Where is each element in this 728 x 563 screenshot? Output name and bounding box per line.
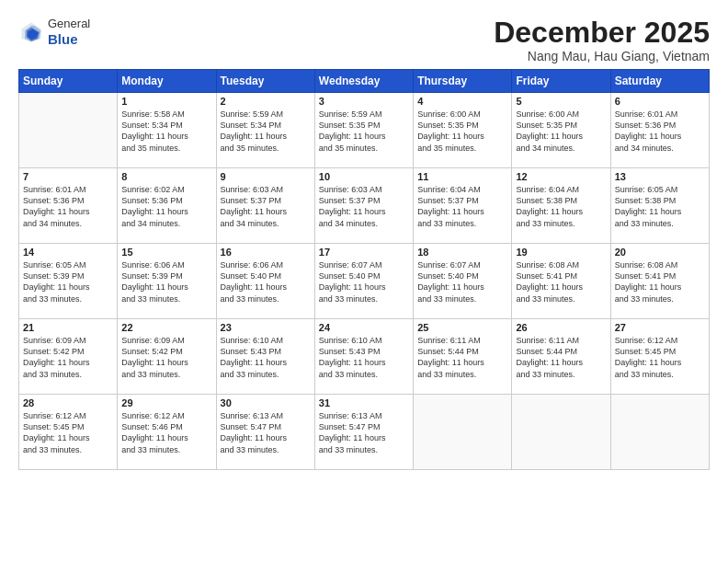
day-info: Sunrise: 6:00 AM Sunset: 5:35 PM Dayligh… <box>417 109 507 154</box>
calendar-week-2: 14Sunrise: 6:05 AM Sunset: 5:39 PM Dayli… <box>19 244 710 319</box>
day-info: Sunrise: 6:00 AM Sunset: 5:35 PM Dayligh… <box>516 109 606 154</box>
day-number: 3 <box>319 96 409 107</box>
day-number: 20 <box>615 247 705 258</box>
day-number: 27 <box>615 322 705 333</box>
day-number: 8 <box>121 171 211 182</box>
day-info: Sunrise: 5:59 AM Sunset: 5:34 PM Dayligh… <box>221 109 311 154</box>
table-row: 26Sunrise: 6:11 AM Sunset: 5:44 PM Dayli… <box>512 319 610 395</box>
table-row: 11Sunrise: 6:04 AM Sunset: 5:37 PM Dayli… <box>414 168 512 244</box>
day-info: Sunrise: 6:03 AM Sunset: 5:37 PM Dayligh… <box>221 184 311 229</box>
day-info: Sunrise: 6:02 AM Sunset: 5:36 PM Dayligh… <box>121 184 211 229</box>
logo-general: General <box>48 17 90 31</box>
calendar-week-3: 21Sunrise: 6:09 AM Sunset: 5:42 PM Dayli… <box>19 319 710 395</box>
day-number: 6 <box>615 96 705 107</box>
day-info: Sunrise: 6:01 AM Sunset: 5:36 PM Dayligh… <box>23 184 113 229</box>
col-saturday: Saturday <box>610 70 709 93</box>
table-row: 19Sunrise: 6:08 AM Sunset: 5:41 PM Dayli… <box>512 244 610 319</box>
day-number: 7 <box>23 171 113 182</box>
col-tuesday: Tuesday <box>216 70 314 93</box>
table-row: 31Sunrise: 6:13 AM Sunset: 5:47 PM Dayli… <box>314 395 413 470</box>
table-row: 7Sunrise: 6:01 AM Sunset: 5:36 PM Daylig… <box>19 168 118 244</box>
day-number: 26 <box>516 322 606 333</box>
day-info: Sunrise: 6:05 AM Sunset: 5:38 PM Dayligh… <box>615 184 705 229</box>
calendar-week-1: 7Sunrise: 6:01 AM Sunset: 5:36 PM Daylig… <box>19 168 710 244</box>
day-number: 1 <box>121 96 211 107</box>
table-row: 13Sunrise: 6:05 AM Sunset: 5:38 PM Dayli… <box>610 168 709 244</box>
day-info: Sunrise: 6:08 AM Sunset: 5:41 PM Dayligh… <box>516 259 606 304</box>
logo-icon <box>18 19 44 45</box>
col-monday: Monday <box>118 70 216 93</box>
table-row: 6Sunrise: 6:01 AM Sunset: 5:36 PM Daylig… <box>610 93 709 168</box>
day-number: 14 <box>23 247 113 258</box>
day-info: Sunrise: 6:04 AM Sunset: 5:38 PM Dayligh… <box>516 184 606 229</box>
table-row: 9Sunrise: 6:03 AM Sunset: 5:37 PM Daylig… <box>216 168 314 244</box>
table-row: 28Sunrise: 6:12 AM Sunset: 5:45 PM Dayli… <box>19 395 118 470</box>
table-row: 5Sunrise: 6:00 AM Sunset: 5:35 PM Daylig… <box>512 93 610 168</box>
day-number: 18 <box>417 247 507 258</box>
table-row: 4Sunrise: 6:00 AM Sunset: 5:35 PM Daylig… <box>414 93 512 168</box>
col-friday: Friday <box>512 70 610 93</box>
day-info: Sunrise: 6:09 AM Sunset: 5:42 PM Dayligh… <box>23 335 113 380</box>
day-number: 13 <box>615 171 705 182</box>
table-row: 16Sunrise: 6:06 AM Sunset: 5:40 PM Dayli… <box>216 244 314 319</box>
table-row: 21Sunrise: 6:09 AM Sunset: 5:42 PM Dayli… <box>19 319 118 395</box>
logo-blue: Blue <box>48 31 90 48</box>
col-sunday: Sunday <box>19 70 118 93</box>
col-thursday: Thursday <box>414 70 512 93</box>
table-row: 2Sunrise: 5:59 AM Sunset: 5:34 PM Daylig… <box>216 93 314 168</box>
table-row: 30Sunrise: 6:13 AM Sunset: 5:47 PM Dayli… <box>216 395 314 470</box>
table-row: 10Sunrise: 6:03 AM Sunset: 5:37 PM Dayli… <box>314 168 413 244</box>
day-info: Sunrise: 6:13 AM Sunset: 5:47 PM Dayligh… <box>319 410 409 455</box>
day-info: Sunrise: 6:08 AM Sunset: 5:41 PM Dayligh… <box>615 259 705 304</box>
day-info: Sunrise: 6:06 AM Sunset: 5:40 PM Dayligh… <box>221 259 311 304</box>
table-row: 23Sunrise: 6:10 AM Sunset: 5:43 PM Dayli… <box>216 319 314 395</box>
day-info: Sunrise: 6:12 AM Sunset: 5:46 PM Dayligh… <box>121 410 211 455</box>
day-number: 12 <box>516 171 606 182</box>
day-info: Sunrise: 6:11 AM Sunset: 5:44 PM Dayligh… <box>417 335 507 380</box>
day-info: Sunrise: 6:13 AM Sunset: 5:47 PM Dayligh… <box>221 410 311 455</box>
calendar: Sunday Monday Tuesday Wednesday Thursday… <box>18 69 710 470</box>
table-row: 1Sunrise: 5:58 AM Sunset: 5:34 PM Daylig… <box>118 93 216 168</box>
logo: General Blue <box>18 17 90 48</box>
table-row: 22Sunrise: 6:09 AM Sunset: 5:42 PM Dayli… <box>118 319 216 395</box>
day-info: Sunrise: 6:12 AM Sunset: 5:45 PM Dayligh… <box>615 335 705 380</box>
month-title: December 2025 <box>494 17 710 49</box>
day-number: 2 <box>221 96 311 107</box>
table-row: 20Sunrise: 6:08 AM Sunset: 5:41 PM Dayli… <box>610 244 709 319</box>
table-row <box>414 395 512 470</box>
day-number: 24 <box>319 322 409 333</box>
day-number: 29 <box>121 397 211 408</box>
day-number: 11 <box>417 171 507 182</box>
day-info: Sunrise: 6:09 AM Sunset: 5:42 PM Dayligh… <box>121 335 211 380</box>
day-info: Sunrise: 6:04 AM Sunset: 5:37 PM Dayligh… <box>417 184 507 229</box>
day-number: 22 <box>121 322 211 333</box>
col-wednesday: Wednesday <box>314 70 413 93</box>
day-number: 15 <box>121 247 211 258</box>
page: General Blue December 2025 Nang Mau, Hau… <box>0 0 728 563</box>
day-info: Sunrise: 5:58 AM Sunset: 5:34 PM Dayligh… <box>121 109 211 154</box>
day-info: Sunrise: 6:01 AM Sunset: 5:36 PM Dayligh… <box>615 109 705 154</box>
day-info: Sunrise: 5:59 AM Sunset: 5:35 PM Dayligh… <box>319 109 409 154</box>
day-info: Sunrise: 6:10 AM Sunset: 5:43 PM Dayligh… <box>221 335 311 380</box>
table-row: 12Sunrise: 6:04 AM Sunset: 5:38 PM Dayli… <box>512 168 610 244</box>
calendar-body: 1Sunrise: 5:58 AM Sunset: 5:34 PM Daylig… <box>19 93 710 470</box>
day-number: 21 <box>23 322 113 333</box>
table-row: 3Sunrise: 5:59 AM Sunset: 5:35 PM Daylig… <box>314 93 413 168</box>
day-number: 5 <box>516 96 606 107</box>
day-number: 19 <box>516 247 606 258</box>
table-row: 29Sunrise: 6:12 AM Sunset: 5:46 PM Dayli… <box>118 395 216 470</box>
table-row: 17Sunrise: 6:07 AM Sunset: 5:40 PM Dayli… <box>314 244 413 319</box>
day-number: 16 <box>221 247 311 258</box>
table-row: 27Sunrise: 6:12 AM Sunset: 5:45 PM Dayli… <box>610 319 709 395</box>
day-info: Sunrise: 6:06 AM Sunset: 5:39 PM Dayligh… <box>121 259 211 304</box>
day-info: Sunrise: 6:10 AM Sunset: 5:43 PM Dayligh… <box>319 335 409 380</box>
table-row: 8Sunrise: 6:02 AM Sunset: 5:36 PM Daylig… <box>118 168 216 244</box>
header: General Blue December 2025 Nang Mau, Hau… <box>18 17 710 63</box>
day-info: Sunrise: 6:07 AM Sunset: 5:40 PM Dayligh… <box>319 259 409 304</box>
logo-text: General Blue <box>48 17 90 48</box>
table-row <box>19 93 118 168</box>
table-row: 24Sunrise: 6:10 AM Sunset: 5:43 PM Dayli… <box>314 319 413 395</box>
day-number: 9 <box>221 171 311 182</box>
table-row <box>610 395 709 470</box>
day-number: 28 <box>23 397 113 408</box>
